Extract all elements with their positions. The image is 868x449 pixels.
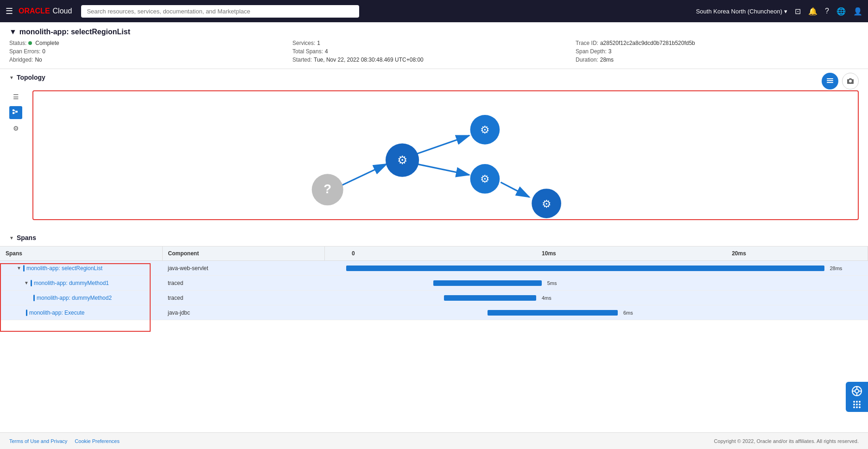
header-icons: ⊡ 🔔 ? 🌐 👤 [795, 7, 862, 16]
topology-settings-btn[interactable]: ⚙ [9, 122, 22, 135]
spans-section-label: Spans [17, 234, 36, 241]
region-selector[interactable]: South Korea North (Chuncheon) ▾ [696, 8, 787, 15]
brand-cloud: Cloud [53, 7, 72, 15]
span-name-cell: ▼ monolith-app: dummyMethod1 [0, 276, 162, 291]
svg-rect-4 [13, 112, 14, 114]
span-name-inner: ▼ monolith-app: dummyMethod1 [6, 280, 157, 286]
dot [853, 404, 855, 405]
menu-icon[interactable]: ☰ [6, 6, 13, 16]
app-header: ☰ ORACLE Cloud South Korea North (Chunch… [0, 0, 868, 22]
timeline-bar [444, 295, 536, 301]
spans-table: Spans Component 0 10ms 20ms [0, 246, 868, 320]
expand-icon[interactable]: ▼ [17, 266, 21, 271]
trace-meta: Status: Complete Services: 1 Trace ID: a… [9, 40, 859, 63]
trace-header: ▼ monolith-app: selectRegionList Status:… [0, 22, 868, 69]
topology-toolbar: ☰ ⚙ [9, 90, 22, 135]
started-row: Started: Tue, Nov 22, 2022 08:30:48.469 … [292, 57, 576, 63]
cookie-link[interactable]: Cookie Preferences [75, 438, 120, 444]
status-row: Status: Complete [9, 40, 292, 46]
user-icon[interactable]: 👤 [853, 7, 862, 16]
svg-line-6 [14, 110, 16, 112]
svg-text:⚙: ⚙ [397, 153, 407, 166]
duration-value: 28ms [600, 57, 614, 63]
trace-title: ▼ monolith-app: selectRegionList [9, 28, 859, 36]
span-color-indicator [31, 280, 32, 286]
monitor-icon[interactable]: ⊡ [795, 7, 801, 16]
span-name[interactable]: monolith-app: dummyMethod2 [37, 295, 112, 301]
span-errors-label: Span Errors: [9, 48, 40, 55]
svg-rect-0 [827, 78, 833, 79]
dot [856, 404, 858, 405]
trace-id-label: Trace ID: [576, 40, 598, 46]
services-value: 1 [317, 40, 320, 46]
span-errors-row: Span Errors: 0 [9, 48, 292, 55]
started-value: Tue, Nov 22, 2022 08:30:48.469 UTC+08:00 [314, 57, 424, 63]
span-timeline: 5ms [324, 276, 868, 291]
svg-line-10 [417, 136, 469, 154]
support-icon [851, 386, 862, 399]
spans-section-arrow: ▼ [9, 235, 14, 240]
abridged-value: No [35, 57, 42, 63]
span-component: traced [162, 291, 324, 305]
span-name-cell: monolith-app: Execute [0, 305, 162, 320]
topology-section-header[interactable]: ▼ Topology [0, 69, 868, 86]
span-timeline: 28ms [324, 261, 868, 276]
services-label: Services: [292, 40, 315, 46]
topology-tree-btn[interactable] [9, 106, 22, 119]
footer-links: Terms of Use and Privacy Cookie Preferen… [9, 438, 120, 444]
span-name-cell: ▼ monolith-app: selectRegionList [0, 261, 162, 276]
table-row[interactable]: ▼ monolith-app: dummyMethod1 traced 5ms [0, 276, 868, 291]
table-row[interactable]: ▼ monolith-app: selectRegionList java-we… [0, 261, 868, 276]
span-color-indicator [23, 265, 25, 272]
help-icon[interactable]: ? [825, 7, 829, 15]
spans-section: ▼ Spans Spans Component 0 10ms 20ms [0, 229, 868, 334]
topology-section-arrow: ▼ [9, 75, 14, 80]
total-spans-row: Total Spans: 4 [292, 48, 576, 55]
topology-list-btn[interactable]: ☰ [9, 90, 22, 103]
topology-diagram: ? ⚙ ⚙ ⚙ ⚙ [32, 90, 859, 220]
span-color-indicator [26, 310, 27, 316]
spans-table-header: Spans Component 0 10ms 20ms [0, 247, 868, 261]
span-name[interactable]: monolith-app: dummyMethod1 [34, 280, 109, 286]
services-row: Services: 1 [292, 40, 576, 46]
spans-section-header[interactable]: ▼ Spans [0, 229, 868, 246]
span-color-indicator [33, 295, 35, 301]
terms-link[interactable]: Terms of Use and Privacy [9, 438, 67, 444]
bell-icon[interactable]: 🔔 [808, 7, 817, 16]
topology-section-label: Topology [17, 74, 45, 81]
timeline-label-10ms: 10ms [542, 250, 556, 257]
support-widget[interactable] [846, 382, 868, 412]
span-name[interactable]: monolith-app: selectRegionList [26, 265, 102, 272]
duration-row: Duration: 28ms [576, 57, 859, 63]
svg-line-11 [417, 164, 469, 175]
span-errors-value: 0 [42, 48, 45, 55]
svg-line-12 [501, 182, 529, 197]
span-depth-value: 3 [608, 48, 612, 55]
brand: ORACLE Cloud [19, 7, 72, 15]
timeline-bar [433, 280, 542, 286]
globe-icon[interactable]: 🌐 [836, 7, 846, 16]
abridged-row: Abridged: No [9, 57, 292, 63]
region-chevron-icon: ▾ [784, 8, 787, 15]
timeline-label-20ms: 20ms [732, 250, 746, 257]
dot [859, 406, 861, 408]
table-row[interactable]: monolith-app: Execute java-jdbc 6ms [0, 305, 868, 320]
svg-rect-1 [827, 80, 833, 81]
table-row[interactable]: monolith-app: dummyMethod2 traced 4ms [0, 291, 868, 305]
expand-icon[interactable]: ▼ [24, 280, 29, 285]
trace-id-row: Trace ID: a28520f12c2a8c9dcd0b7281b520fd… [576, 40, 859, 46]
header-timeline: 0 10ms 20ms [324, 247, 868, 261]
span-name[interactable]: monolith-app: Execute [29, 310, 84, 316]
svg-line-7 [14, 113, 16, 113]
started-label: Started: [292, 57, 312, 63]
span-component: java-web-servlet [162, 261, 324, 276]
header-component: Component [162, 247, 324, 261]
search-input[interactable] [81, 5, 359, 18]
spans-table-wrapper: Spans Component 0 10ms 20ms [0, 246, 868, 320]
copyright-text: Copyright © 2022, Oracle and/or its affi… [714, 438, 859, 444]
dot [856, 406, 858, 408]
span-depth-label: Span Depth: [576, 48, 607, 55]
spans-table-body: ▼ monolith-app: selectRegionList java-we… [0, 261, 868, 320]
svg-text:⚙: ⚙ [480, 173, 490, 185]
dot [853, 401, 855, 403]
